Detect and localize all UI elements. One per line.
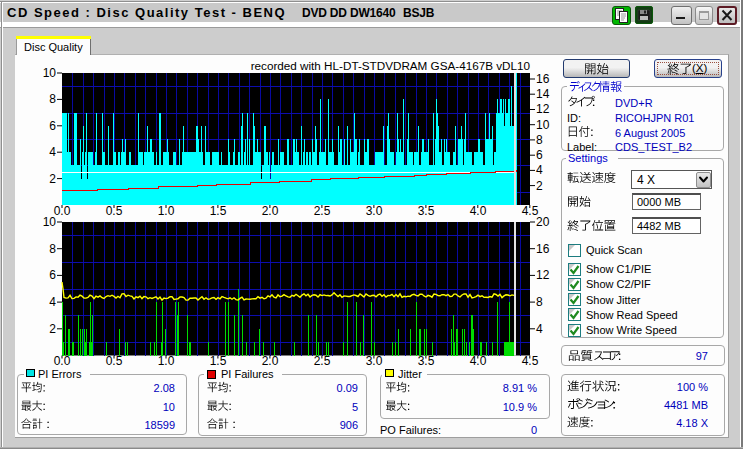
svg-text:2: 2 (536, 179, 543, 193)
svg-text:10: 10 (536, 118, 550, 132)
svg-text:12: 12 (536, 268, 550, 282)
svg-text:8: 8 (49, 242, 56, 256)
svg-text:4: 4 (536, 322, 543, 336)
svg-text:16: 16 (536, 72, 550, 86)
svg-text:recorded with HL-DT-STDVDRAM G: recorded with HL-DT-STDVDRAM GSA-4167B v… (251, 59, 531, 72)
svg-text:8: 8 (536, 133, 543, 147)
svg-text:8: 8 (49, 92, 56, 106)
svg-text:2: 2 (49, 172, 56, 186)
svg-text:8: 8 (536, 295, 543, 309)
svg-text:14: 14 (536, 87, 550, 101)
svg-text:6: 6 (49, 268, 56, 282)
svg-text:6: 6 (536, 148, 543, 162)
svg-text:2: 2 (49, 322, 56, 336)
svg-text:10: 10 (43, 66, 57, 80)
svg-text:6: 6 (49, 119, 56, 133)
svg-text:16: 16 (536, 242, 550, 256)
svg-text:12: 12 (536, 102, 550, 116)
svg-text:4: 4 (49, 145, 56, 159)
svg-text:4: 4 (49, 295, 56, 309)
svg-text:4: 4 (536, 163, 543, 177)
